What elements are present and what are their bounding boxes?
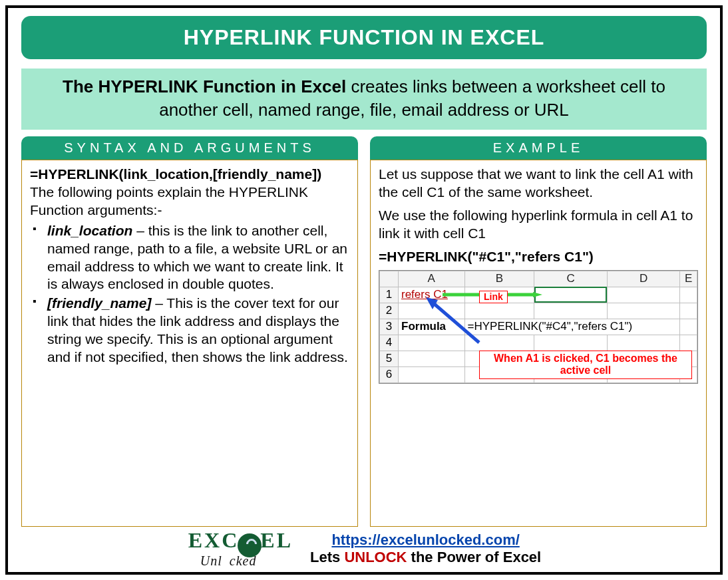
cell [464, 303, 534, 319]
row-header: 1 [380, 287, 399, 303]
link-tag-label: Link [479, 291, 508, 304]
syntax-heading: SYNTAX AND ARGUMENTS [21, 136, 358, 160]
columns: SYNTAX AND ARGUMENTS =HYPERLINK(link_loc… [21, 136, 707, 527]
col-header: D [607, 271, 680, 287]
cell [534, 303, 608, 319]
cell [399, 335, 465, 351]
argument-name: link_location [47, 223, 132, 238]
intro-bold: The HYPERLINK Function in Excel [63, 76, 346, 96]
callout-text: When A1 is clicked, C1 becomes the activ… [479, 351, 692, 379]
cell-a1-link[interactable]: refers C1 [399, 287, 465, 303]
syntax-column: SYNTAX AND ARGUMENTS =HYPERLINK(link_loc… [21, 136, 358, 527]
row-header: 4 [380, 335, 399, 351]
cell [399, 303, 465, 319]
example-p1: Let us suppose that we want to link the … [379, 166, 698, 202]
col-header: C [534, 271, 608, 287]
footer-tag-pre: Lets [310, 549, 344, 565]
example-p2: We use the following hyperlink formula i… [379, 207, 698, 243]
cell-formula-label: Formula [399, 319, 465, 335]
argument-list: link_location – this is the link to anot… [30, 222, 349, 366]
syntax-lead: The following points explain the HYPERLI… [30, 184, 349, 219]
argument-item: [friendly_name] – This is the cover text… [30, 295, 349, 366]
logo-top-text: EXCEL [188, 531, 293, 555]
excel-sheet: A B C D E 1 refers C1 [379, 270, 698, 384]
argument-dash: – [151, 295, 166, 311]
cell-c1-active [534, 287, 608, 303]
footer-url-link[interactable]: https://excelunlocked.com/ [331, 531, 519, 548]
row-header: 6 [380, 366, 399, 382]
cell [534, 335, 608, 351]
cell [607, 287, 680, 303]
argument-dash: – [132, 223, 148, 238]
cell [399, 351, 465, 366]
intro-box: The HYPERLINK Function in Excel creates … [21, 69, 707, 130]
col-header: B [464, 271, 534, 287]
footer: EXCEL Unlocked https://excelunlocked.com… [21, 527, 707, 567]
page-title: HYPERLINK FUNCTION IN EXCEL [21, 16, 707, 59]
footer-text: https://excelunlocked.com/ Lets UNLOCK t… [310, 531, 541, 566]
cell [607, 335, 680, 351]
logo-circle-icon [238, 533, 262, 557]
argument-item: link_location – this is the link to anot… [30, 222, 349, 294]
argument-name: [friendly_name] [47, 295, 151, 311]
grid-corner [380, 271, 399, 287]
cell [464, 335, 534, 351]
example-formula: =HYPERLINK("#C1","refers C1") [379, 248, 698, 266]
cell [399, 366, 465, 382]
col-header: E [680, 271, 697, 287]
syntax-formula: =HYPERLINK(link_location,[friendly_name]… [30, 166, 349, 184]
col-header: A [399, 271, 465, 287]
document-frame: HYPERLINK FUNCTION IN EXCEL The HYPERLIN… [5, 5, 723, 575]
cell [680, 287, 697, 303]
row-header: 3 [380, 319, 399, 335]
cell [680, 319, 697, 335]
syntax-body: =HYPERLINK(link_location,[friendly_name]… [21, 160, 358, 527]
footer-tag-post: the Power of Excel [407, 549, 541, 565]
cell [680, 335, 697, 351]
row-header: 2 [380, 303, 399, 319]
example-column: EXAMPLE Let us suppose that we want to l… [370, 136, 707, 527]
footer-unlock-word: UNLOCK [344, 549, 407, 565]
cell-formula-value: =HYPERLINK("#C4","refers C1") [464, 319, 680, 335]
example-body: Let us suppose that we want to link the … [370, 160, 707, 527]
cell [680, 303, 697, 319]
example-heading: EXAMPLE [370, 136, 707, 160]
row-header: 5 [380, 351, 399, 366]
cell [607, 303, 680, 319]
logo: EXCEL Unlocked [187, 531, 293, 567]
